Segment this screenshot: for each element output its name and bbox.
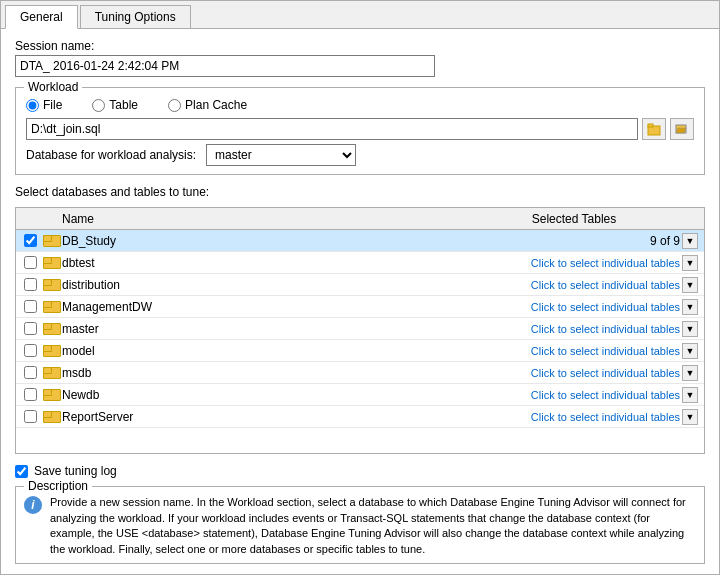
row-expand-btn-3[interactable]: ▼ <box>682 277 698 293</box>
row-icon-4 <box>42 301 60 313</box>
db-select[interactable]: master model msdb tempdb <box>206 144 356 166</box>
description-group-title: Description <box>24 479 92 493</box>
radio-table[interactable]: Table <box>92 98 138 112</box>
file-path-input[interactable] <box>26 118 638 140</box>
row-selected-5: Click to select individual tables ▼ <box>482 321 702 337</box>
row-icon-6 <box>42 345 60 357</box>
row-expand-btn-5[interactable]: ▼ <box>682 321 698 337</box>
row-selected-7: Click to select individual tables ▼ <box>482 365 702 381</box>
row-checkbox-1[interactable] <box>24 234 37 247</box>
row-selected-text-1: 9 of 9 <box>650 234 680 248</box>
row-check-5[interactable] <box>18 322 42 335</box>
row-check-3[interactable] <box>18 278 42 291</box>
row-expand-btn-7[interactable]: ▼ <box>682 365 698 381</box>
row-name-2: dbtest <box>60 256 482 270</box>
open-icon <box>675 122 689 136</box>
select-tables-link-9[interactable]: Click to select individual tables <box>531 411 680 423</box>
row-checkbox-6[interactable] <box>24 344 37 357</box>
radio-file[interactable]: File <box>26 98 62 112</box>
select-tables-link-5[interactable]: Click to select individual tables <box>531 323 680 335</box>
radio-table-input[interactable] <box>92 99 105 112</box>
table-row[interactable]: DB_Study 9 of 9 ▼ <box>16 230 704 252</box>
row-name-8: Newdb <box>60 388 482 402</box>
row-checkbox-8[interactable] <box>24 388 37 401</box>
row-checkbox-4[interactable] <box>24 300 37 313</box>
row-icon-1 <box>42 235 60 247</box>
row-selected-3: Click to select individual tables ▼ <box>482 277 702 293</box>
tabs-bar: General Tuning Options <box>1 1 719 29</box>
folder-icon-1 <box>43 235 59 247</box>
row-icon-7 <box>42 367 60 379</box>
row-expand-btn-4[interactable]: ▼ <box>682 299 698 315</box>
table-row[interactable]: msdb Click to select individual tables ▼ <box>16 362 704 384</box>
select-tables-link-8[interactable]: Click to select individual tables <box>531 389 680 401</box>
browse-button[interactable] <box>642 118 666 140</box>
row-expand-btn-9[interactable]: ▼ <box>682 409 698 425</box>
folder-icon-7 <box>43 367 59 379</box>
select-tables-link-3[interactable]: Click to select individual tables <box>531 279 680 291</box>
save-log-label: Save tuning log <box>34 464 117 478</box>
row-check-9[interactable] <box>18 410 42 423</box>
description-content: i Provide a new session name. In the Wor… <box>24 495 696 557</box>
row-check-2[interactable] <box>18 256 42 269</box>
row-check-7[interactable] <box>18 366 42 379</box>
svg-rect-1 <box>648 124 653 127</box>
row-name-3: distribution <box>60 278 482 292</box>
select-tables-link-2[interactable]: Click to select individual tables <box>531 257 680 269</box>
table-row[interactable]: master Click to select individual tables… <box>16 318 704 340</box>
table-body[interactable]: DB_Study 9 of 9 ▼ dbtest Click to select… <box>16 230 704 453</box>
radio-file-input[interactable] <box>26 99 39 112</box>
row-expand-btn-8[interactable]: ▼ <box>682 387 698 403</box>
session-name-input[interactable] <box>15 55 435 77</box>
description-group: Description i Provide a new session name… <box>15 486 705 564</box>
row-check-1[interactable] <box>18 234 42 247</box>
description-text: Provide a new session name. In the Workl… <box>50 495 696 557</box>
row-check-6[interactable] <box>18 344 42 357</box>
row-check-4[interactable] <box>18 300 42 313</box>
svg-marker-3 <box>676 128 686 133</box>
table-header: Name Selected Tables <box>16 208 704 230</box>
radio-plan-cache[interactable]: Plan Cache <box>168 98 247 112</box>
main-window: General Tuning Options Session name: Wor… <box>0 0 720 575</box>
select-tables-link-6[interactable]: Click to select individual tables <box>531 345 680 357</box>
row-checkbox-5[interactable] <box>24 322 37 335</box>
folder-icon-8 <box>43 389 59 401</box>
select-tables-link-7[interactable]: Click to select individual tables <box>531 367 680 379</box>
table-row[interactable]: model Click to select individual tables … <box>16 340 704 362</box>
open-button[interactable] <box>670 118 694 140</box>
table-row[interactable]: distribution Click to select individual … <box>16 274 704 296</box>
row-expand-btn-2[interactable]: ▼ <box>682 255 698 271</box>
session-name-label: Session name: <box>15 39 705 53</box>
row-selected-4: Click to select individual tables ▼ <box>482 299 702 315</box>
db-label: Database for workload analysis: <box>26 148 196 162</box>
row-check-8[interactable] <box>18 388 42 401</box>
tab-general[interactable]: General <box>5 5 78 29</box>
row-expand-btn-1[interactable]: ▼ <box>682 233 698 249</box>
folder-icon-2 <box>43 257 59 269</box>
tab-tuning-options[interactable]: Tuning Options <box>80 5 191 28</box>
row-checkbox-2[interactable] <box>24 256 37 269</box>
row-name-1: DB_Study <box>60 234 482 248</box>
row-name-9: ReportServer <box>60 410 482 424</box>
row-expand-btn-6[interactable]: ▼ <box>682 343 698 359</box>
folder-icon-6 <box>43 345 59 357</box>
radio-plan-cache-input[interactable] <box>168 99 181 112</box>
save-log-row: Save tuning log <box>15 464 705 478</box>
table-row[interactable]: Newdb Click to select individual tables … <box>16 384 704 406</box>
row-checkbox-9[interactable] <box>24 410 37 423</box>
table-row[interactable]: dbtest Click to select individual tables… <box>16 252 704 274</box>
table-row[interactable]: ReportServer Click to select individual … <box>16 406 704 428</box>
row-icon-2 <box>42 257 60 269</box>
browse-icon <box>647 122 661 136</box>
row-checkbox-3[interactable] <box>24 278 37 291</box>
select-tables-link-4[interactable]: Click to select individual tables <box>531 301 680 313</box>
table-row[interactable]: ManagementDW Click to select individual … <box>16 296 704 318</box>
info-icon: i <box>24 496 42 514</box>
row-checkbox-7[interactable] <box>24 366 37 379</box>
content-area: Session name: Workload File Table Plan C… <box>1 29 719 574</box>
save-log-checkbox[interactable] <box>15 465 28 478</box>
row-selected-9: Click to select individual tables ▼ <box>482 409 702 425</box>
db-row: Database for workload analysis: master m… <box>26 144 694 166</box>
databases-table: Name Selected Tables DB_Study 9 of 9 <box>15 207 705 454</box>
row-name-6: model <box>60 344 482 358</box>
